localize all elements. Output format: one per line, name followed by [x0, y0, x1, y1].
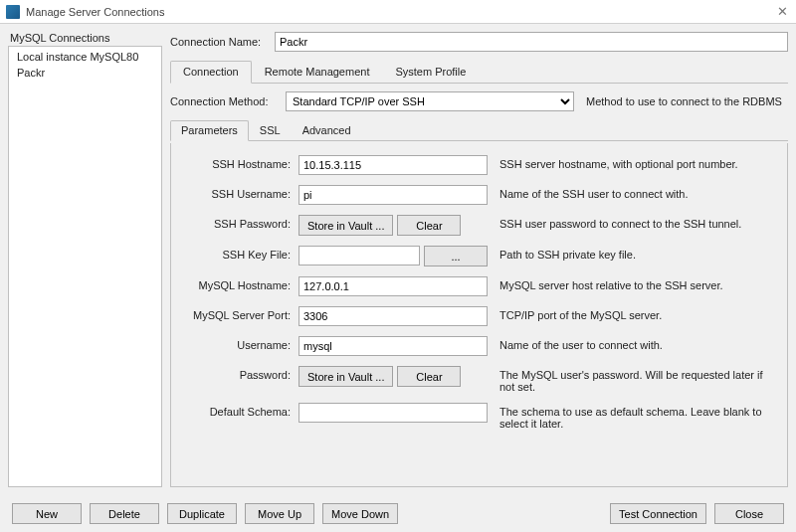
subtab-advanced[interactable]: Advanced: [292, 120, 362, 141]
ssh-keyfile-label: SSH Key File:: [181, 246, 298, 261]
ssh-keyfile-browse-button[interactable]: ...: [424, 246, 488, 266]
mysql-hostname-label: MySQL Hostname:: [181, 276, 298, 291]
ssh-hostname-input[interactable]: [298, 155, 488, 175]
sidebar: MySQL Connections Local instance MySQL80…: [8, 32, 162, 487]
ssh-keyfile-desc: Path to SSH private key file.: [488, 246, 777, 261]
connection-method-label: Connection Method:: [170, 95, 280, 107]
username-desc: Name of the user to connect with.: [488, 336, 777, 351]
connection-name-label: Connection Name:: [170, 36, 275, 48]
password-store-button[interactable]: Store in Vault ...: [298, 366, 393, 387]
app-icon: [6, 5, 20, 19]
mysql-port-input[interactable]: [298, 306, 488, 326]
subtab-parameters[interactable]: Parameters: [170, 120, 249, 141]
sidebar-title: MySQL Connections: [8, 32, 162, 44]
mysql-hostname-input[interactable]: [298, 276, 488, 296]
tab-system-profile[interactable]: System Profile: [382, 61, 479, 84]
main-tabs: Connection Remote Management System Prof…: [170, 60, 788, 84]
move-down-button[interactable]: Move Down: [322, 503, 398, 524]
parameters-panel: SSH Hostname: SSH server hostname, with …: [170, 143, 788, 487]
window-title: Manage Server Connections: [26, 6, 164, 18]
tab-connection[interactable]: Connection: [170, 61, 252, 84]
password-label: Password:: [181, 366, 298, 381]
default-schema-label: Default Schema:: [181, 403, 298, 418]
connection-list[interactable]: Local instance MySQL80 Packr: [8, 46, 162, 487]
ssh-password-desc: SSH user password to connect to the SSH …: [488, 215, 777, 230]
ssh-password-clear-button[interactable]: Clear: [397, 215, 461, 236]
subtab-ssl[interactable]: SSL: [249, 120, 292, 141]
tab-remote-management[interactable]: Remote Management: [252, 61, 383, 84]
ssh-password-label: SSH Password:: [181, 215, 298, 230]
main-panel: Connection Name: Connection Remote Manag…: [170, 32, 788, 487]
ssh-username-desc: Name of the SSH user to connect with.: [488, 185, 777, 200]
username-input[interactable]: [298, 336, 488, 356]
password-clear-button[interactable]: Clear: [397, 366, 461, 387]
ssh-username-label: SSH Username:: [181, 185, 298, 200]
password-desc: The MySQL user's password. Will be reque…: [488, 366, 777, 393]
mysql-port-label: MySQL Server Port:: [181, 306, 298, 321]
close-button[interactable]: Close: [714, 503, 784, 524]
mysql-hostname-desc: MySQL server host relative to the SSH se…: [488, 276, 777, 291]
ssh-keyfile-input[interactable]: [298, 246, 420, 266]
ssh-password-store-button[interactable]: Store in Vault ...: [298, 215, 393, 236]
test-connection-button[interactable]: Test Connection: [610, 503, 706, 524]
duplicate-button[interactable]: Duplicate: [167, 503, 237, 524]
username-label: Username:: [181, 336, 298, 351]
footer: New Delete Duplicate Move Up Move Down T…: [0, 495, 796, 532]
connection-method-select[interactable]: Standard TCP/IP over SSH: [286, 91, 574, 111]
connection-method-hint: Method to use to connect to the RDBMS: [586, 95, 782, 107]
mysql-port-desc: TCP/IP port of the MySQL server.: [488, 306, 777, 321]
ssh-hostname-desc: SSH server hostname, with optional port …: [488, 155, 777, 170]
move-up-button[interactable]: Move Up: [245, 503, 314, 524]
connection-list-item[interactable]: Local instance MySQL80: [9, 49, 161, 65]
delete-button[interactable]: Delete: [90, 503, 159, 524]
default-schema-desc: The schema to use as default schema. Lea…: [488, 403, 777, 430]
ssh-username-input[interactable]: [298, 185, 488, 205]
connection-name-input[interactable]: [275, 32, 788, 52]
parameter-tabs: Parameters SSL Advanced: [170, 119, 788, 141]
new-button[interactable]: New: [12, 503, 82, 524]
titlebar: Manage Server Connections ✕: [0, 0, 796, 24]
default-schema-input[interactable]: [298, 403, 488, 423]
close-icon[interactable]: ✕: [777, 4, 788, 19]
connection-list-item[interactable]: Packr: [9, 65, 161, 81]
ssh-hostname-label: SSH Hostname:: [181, 155, 298, 170]
